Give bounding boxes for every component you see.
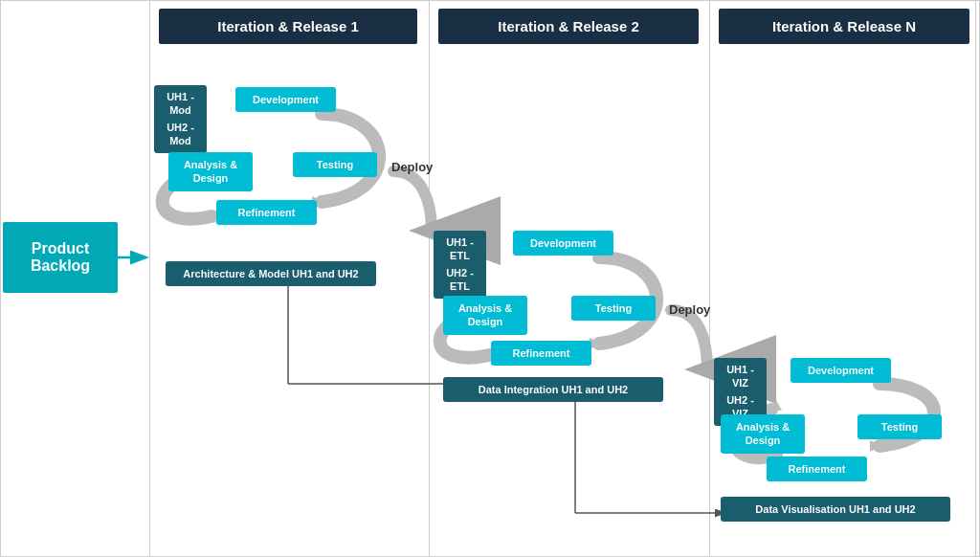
iter2-deploy-label: Deploy <box>669 302 710 317</box>
iter1-refinement: Refinement <box>216 200 317 225</box>
iter1-uh2-mod: UH2 - Mod <box>154 116 207 153</box>
iter2-data-integration: Data Integration UH1 and UH2 <box>443 377 663 402</box>
iter2-analysis-design: Analysis & Design <box>443 296 527 335</box>
header-iteration2: Iteration & Release 2 <box>438 9 699 44</box>
iter2-testing: Testing <box>571 296 656 321</box>
header-iteration1: Iteration & Release 1 <box>159 9 417 44</box>
iter1-analysis-design: Analysis & Design <box>168 152 253 191</box>
divider-left <box>149 1 150 556</box>
deploy1-arrow <box>393 171 432 231</box>
divider-right <box>975 1 976 556</box>
iterN-data-visualisation: Data Visualisation UH1 and UH2 <box>721 497 950 522</box>
iterN-development: Development <box>791 358 891 383</box>
iter1-testing: Testing <box>293 152 377 177</box>
iter2-uh2-etl: UH2 - ETL <box>434 261 486 299</box>
divider-mid1 <box>429 1 430 556</box>
iter1-deploy-label: Deploy <box>391 160 433 174</box>
deploy2-arrow <box>671 310 707 369</box>
main-container: Iteration & Release 1 Iteration & Releas… <box>0 0 980 557</box>
iter2-development: Development <box>513 231 613 256</box>
divider-mid2 <box>709 1 710 556</box>
header-iterationN: Iteration & Release N <box>719 9 969 44</box>
iter1-development: Development <box>235 87 336 112</box>
iterN-analysis-design: Analysis & Design <box>721 414 805 454</box>
iterN-cycle-bottom-arrow <box>769 400 782 411</box>
iterN-cycle-top-arrow <box>870 440 882 452</box>
iter1-architecture: Architecture & Model UH1 and UH2 <box>166 261 376 286</box>
iterN-refinement: Refinement <box>767 457 867 481</box>
product-backlog-box: Product Backlog <box>3 222 118 293</box>
iter2-refinement: Refinement <box>491 341 591 366</box>
iterN-testing: Testing <box>858 414 942 439</box>
